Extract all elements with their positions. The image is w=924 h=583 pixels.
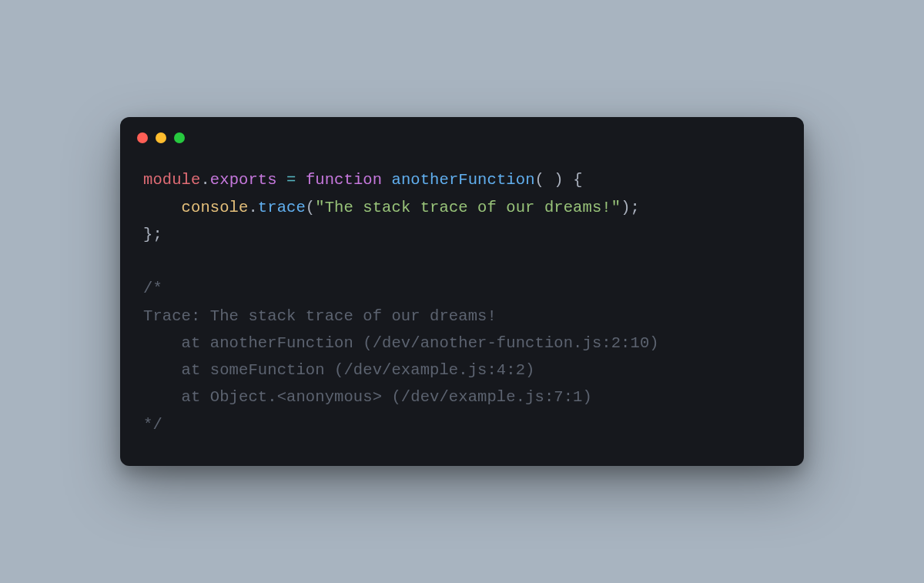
comment-line-3: at someFunction (/dev/example.js:4:2) <box>143 361 534 379</box>
token-space <box>296 171 305 189</box>
token-function-name: anotherFunction <box>392 171 535 189</box>
token-brace-open: { <box>573 171 582 189</box>
token-space <box>544 171 554 189</box>
traffic-light-close-icon[interactable] <box>137 132 148 143</box>
token-paren-close: ) <box>621 199 630 216</box>
token-brace-close: } <box>143 226 152 243</box>
token-exports: exports <box>210 171 277 189</box>
comment-line-2: at anotherFunction (/dev/another-functio… <box>143 334 659 352</box>
token-string: "The stack trace of our dreams!" <box>315 199 621 216</box>
comment-open: /* <box>143 280 162 297</box>
window-titlebar <box>120 132 804 149</box>
token-paren-open: ( <box>306 199 315 216</box>
code-line-2: console.trace("The stack trace of our dr… <box>143 199 640 216</box>
token-space <box>382 171 391 189</box>
traffic-light-zoom-icon[interactable] <box>174 132 185 143</box>
stage: module.exports = function anotherFunctio… <box>0 0 924 583</box>
token-function-keyword: function <box>306 171 382 189</box>
token-dot: . <box>248 199 257 216</box>
token-console: console <box>182 199 249 216</box>
traffic-light-minimize-icon[interactable] <box>156 132 166 143</box>
comment-close: */ <box>143 416 162 434</box>
token-indent <box>143 199 182 216</box>
code-window: module.exports = function anotherFunctio… <box>120 117 804 466</box>
token-equals: = <box>286 171 296 189</box>
token-semicolon: ; <box>152 226 162 243</box>
token-module: module <box>143 171 200 189</box>
code-line-1: module.exports = function anotherFunctio… <box>143 171 583 189</box>
code-block: module.exports = function anotherFunctio… <box>120 149 804 446</box>
token-trace: trace <box>258 199 306 216</box>
token-semicolon: ; <box>631 199 640 216</box>
token-dot: . <box>200 171 209 189</box>
comment-line-1: Trace: The stack trace of our dreams! <box>143 307 497 325</box>
token-space <box>277 171 286 189</box>
token-paren-open: ( <box>535 171 544 189</box>
code-line-3: }; <box>143 226 162 243</box>
comment-line-4: at Object.<anonymous> (/dev/example.js:7… <box>143 388 592 406</box>
token-paren-close: ) <box>554 171 563 189</box>
token-space <box>564 171 573 189</box>
